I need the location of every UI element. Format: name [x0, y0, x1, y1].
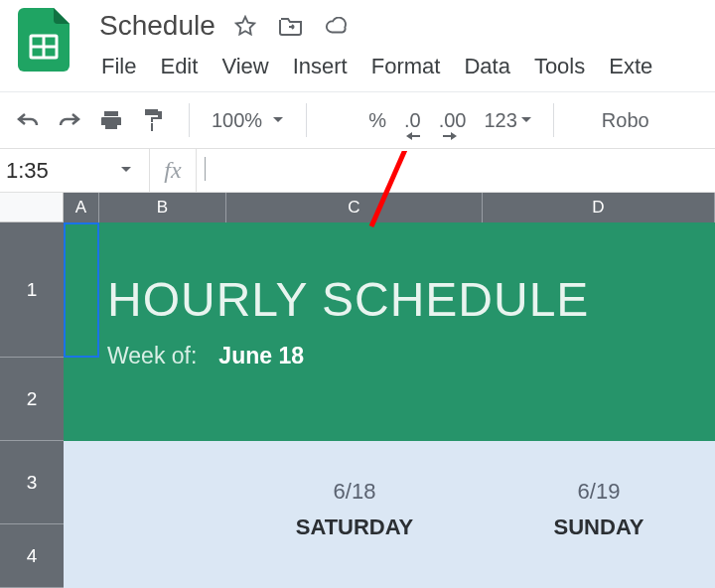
print-icon[interactable] [97, 106, 125, 134]
day-header-area[interactable]: 6/18 SATURDAY 6/19 SUNDAY [64, 441, 715, 588]
week-of-label: Week of: [107, 343, 197, 369]
arrow-left-icon [406, 132, 420, 140]
zoom-value: 100% [212, 109, 262, 132]
undo-icon[interactable] [14, 106, 42, 134]
arrow-right-icon [443, 132, 457, 140]
banner-area[interactable]: HOURLY SCHEDULE Week of: June 18 [64, 222, 715, 441]
move-folder-icon[interactable] [279, 14, 303, 38]
name-box[interactable]: 1:35 [0, 158, 149, 184]
increase-decimal[interactable]: .00 [439, 109, 467, 132]
separator [189, 103, 190, 137]
menu-data[interactable]: Data [464, 54, 509, 79]
col-header-a[interactable]: A [64, 193, 99, 222]
menu-edit[interactable]: Edit [160, 54, 198, 79]
cloud-status-icon[interactable] [325, 14, 349, 38]
menu-insert[interactable]: Insert [293, 54, 348, 79]
chevron-down-icon [521, 117, 531, 124]
menu-tools[interactable]: Tools [534, 54, 585, 79]
chevron-down-icon [272, 116, 284, 124]
star-icon[interactable] [233, 14, 257, 38]
formula-bar: 1:35 fx [0, 149, 715, 193]
row-header-1[interactable]: 1 [0, 222, 64, 358]
separator [306, 103, 307, 137]
zoom-selector[interactable]: 100% [212, 109, 284, 132]
col-header-b[interactable]: B [99, 193, 226, 222]
menu-extensions[interactable]: Exte [609, 54, 652, 79]
menu-file[interactable]: File [101, 54, 136, 79]
redo-icon[interactable] [56, 106, 83, 134]
more-formats[interactable]: 123 [484, 109, 530, 132]
document-title[interactable]: Schedule [99, 10, 215, 42]
paint-format-icon[interactable] [139, 106, 167, 134]
col-header-d[interactable]: D [483, 193, 715, 222]
format-percent[interactable]: % [368, 109, 386, 132]
schedule-title: HOURLY SCHEDULE [107, 222, 715, 327]
day-date-d: 6/19 [483, 479, 715, 505]
menu-view[interactable]: View [221, 54, 268, 79]
day-name-d: SUNDAY [483, 514, 715, 540]
fx-label: fx [149, 149, 197, 192]
toolbar: 100% % .0 .00 123 Robo [0, 92, 715, 148]
chevron-down-icon [121, 167, 131, 174]
font-selector[interactable]: Robo [602, 109, 649, 132]
day-name-c: SATURDAY [226, 514, 483, 540]
sheets-app-icon[interactable] [18, 8, 70, 72]
menu-format[interactable]: Format [371, 54, 441, 79]
formula-input[interactable] [205, 157, 206, 181]
col-header-c[interactable]: C [226, 193, 483, 222]
menu-bar: File Edit View Insert Format Data Tools … [99, 54, 715, 79]
decrease-decimal[interactable]: .0 [404, 109, 421, 132]
week-of-date: June 18 [218, 343, 304, 369]
active-cell-outline [64, 222, 99, 358]
day-date-c: 6/18 [226, 479, 483, 505]
row-header-3[interactable]: 3 [0, 441, 64, 524]
row-header-2[interactable]: 2 [0, 358, 64, 441]
select-all-corner[interactable] [0, 193, 64, 222]
row-header-4[interactable]: 4 [0, 524, 64, 588]
separator [553, 103, 554, 137]
